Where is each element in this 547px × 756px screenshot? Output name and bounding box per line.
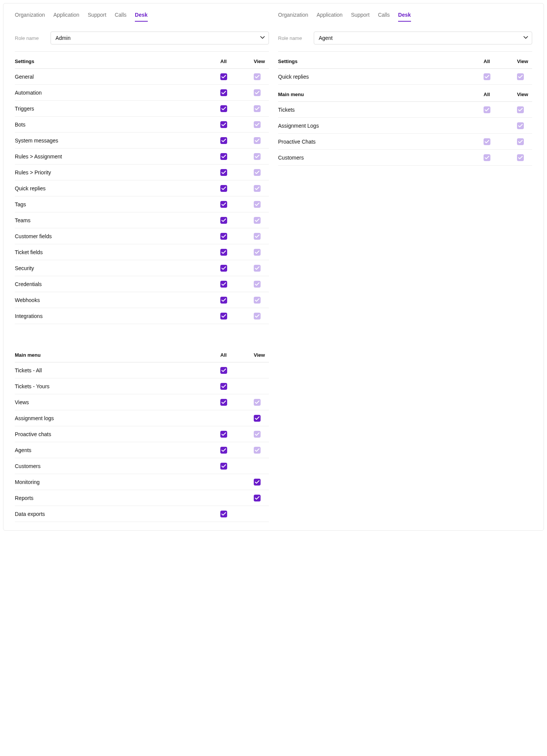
checkbox-view[interactable] [254,105,261,112]
permission-label: General [15,74,220,80]
checkbox-view[interactable] [254,297,261,304]
checkbox-view[interactable] [254,265,261,272]
checkbox-view[interactable] [254,479,261,486]
tab-desk[interactable]: Desk [135,12,147,22]
tab-desk[interactable]: Desk [398,12,411,22]
checkbox-all[interactable] [220,367,227,374]
permission-row: Tags [15,196,269,212]
tab-organization[interactable]: Organization [15,12,45,22]
checkbox-view[interactable] [517,122,524,129]
permission-row: Teams [15,212,269,228]
permission-label: Proactive Chats [278,139,484,145]
tab-calls[interactable]: Calls [115,12,126,22]
checkbox-all[interactable] [220,233,227,240]
permission-label: Tags [15,201,220,207]
col-header-view: View [254,352,269,358]
permission-label: Ticket fields [15,249,220,255]
checkbox-view[interactable] [254,73,261,80]
permission-row: Monitoring [15,474,269,490]
checkbox-all[interactable] [220,217,227,224]
permission-row: Tickets - Yours [15,378,269,394]
checkbox-all[interactable] [484,138,490,145]
checkbox-all[interactable] [220,73,227,80]
permission-row: Credentials [15,276,269,292]
checkbox-all[interactable] [220,265,227,272]
checkbox-all[interactable] [220,313,227,319]
checkbox-all[interactable] [484,106,490,113]
permission-row: Data exports [15,506,269,522]
checkbox-all[interactable] [220,121,227,128]
checkbox-view[interactable] [254,137,261,144]
permission-label: Tickets - Yours [15,383,220,389]
role-select[interactable]: Admin [51,32,269,44]
tab-support[interactable]: Support [88,12,106,22]
checkbox-all[interactable] [220,169,227,176]
tab-support[interactable]: Support [351,12,370,22]
checkbox-all[interactable] [220,201,227,208]
tab-organization[interactable]: Organization [278,12,308,22]
col-header-all: All [484,59,517,64]
checkbox-all[interactable] [220,399,227,406]
permission-row: Quick replies [15,180,269,196]
checkbox-all[interactable] [220,431,227,438]
role-select[interactable]: Agent [314,32,532,44]
checkbox-view[interactable] [254,399,261,406]
permission-label: Teams [15,217,220,223]
checkbox-all[interactable] [484,73,490,80]
checkbox-view[interactable] [254,201,261,208]
checkbox-all[interactable] [220,153,227,160]
section-gap [15,324,269,345]
permission-label: Quick replies [278,74,484,80]
checkbox-view[interactable] [254,447,261,454]
permission-row: Integrations [15,308,269,324]
tab-application[interactable]: Application [316,12,343,22]
checkbox-all[interactable] [220,105,227,112]
checkbox-view[interactable] [254,281,261,288]
checkbox-all[interactable] [220,511,227,517]
checkbox-view[interactable] [517,106,524,113]
permission-row: Proactive Chats [278,134,532,150]
checkbox-all[interactable] [220,281,227,288]
checkbox-all[interactable] [220,297,227,304]
checkbox-all[interactable] [220,447,227,454]
checkbox-view[interactable] [254,185,261,192]
checkbox-view[interactable] [254,89,261,96]
permission-row: General [15,69,269,85]
tab-application[interactable]: Application [53,12,79,22]
role-name-label: Role name [278,35,307,41]
checkbox-all[interactable] [220,249,227,256]
permission-row: Automation [15,85,269,101]
checkbox-view[interactable] [517,73,524,80]
checkbox-view[interactable] [254,495,261,501]
permission-row: Reports [15,490,269,506]
role-row: Role nameAgent [278,32,532,44]
checkbox-view[interactable] [254,431,261,438]
checkbox-view[interactable] [254,153,261,160]
col-header-all: All [484,92,517,97]
section-header: Main menuAllView [15,345,269,362]
checkbox-view[interactable] [254,121,261,128]
permission-label: Proactive chats [15,431,220,437]
checkbox-view[interactable] [517,138,524,145]
tab-calls[interactable]: Calls [378,12,390,22]
permission-label: Agents [15,447,220,453]
checkbox-all[interactable] [220,89,227,96]
checkbox-view[interactable] [254,313,261,319]
checkbox-view[interactable] [254,169,261,176]
checkbox-all[interactable] [220,185,227,192]
permission-label: Tickets [278,107,484,113]
checkbox-view[interactable] [254,415,261,422]
checkbox-view[interactable] [254,233,261,240]
checkbox-all[interactable] [484,154,490,161]
section-header: SettingsAllView [15,52,269,69]
permission-row: Assignment logs [15,410,269,426]
checkbox-all[interactable] [220,383,227,390]
checkbox-view[interactable] [254,249,261,256]
checkbox-all[interactable] [220,463,227,470]
permission-row: Ticket fields [15,244,269,260]
checkbox-view[interactable] [254,217,261,224]
checkbox-all[interactable] [220,137,227,144]
checkbox-view[interactable] [517,154,524,161]
permission-row: Triggers [15,101,269,117]
permission-label: Triggers [15,106,220,112]
